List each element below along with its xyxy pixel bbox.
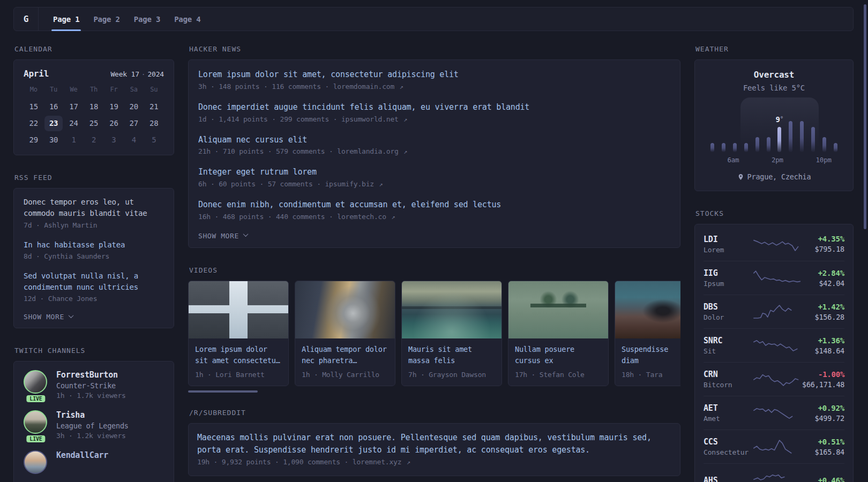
videos-scroll-indicator[interactable] — [188, 390, 258, 393]
stock-change: +0.46% — [818, 476, 844, 482]
stock-symbol: CCS — [704, 437, 753, 447]
video-card[interactable]: Lorem ipsum dolorsit amet consectetu…1h … — [188, 281, 289, 386]
stock-sparkline — [753, 471, 802, 482]
weather-bar — [733, 143, 737, 152]
weather-bars: 9° — [707, 100, 841, 152]
twitch-channel-info: KendallCarr — [56, 450, 108, 474]
video-card[interactable]: Mauris sit ametmassa felis7h · Grayson D… — [401, 281, 502, 386]
subreddit-post-title[interactable]: Maecenas mollis pulvinar erat non posuer… — [197, 432, 671, 457]
hacker-news-item: Aliquam nec cursus elit21h · 710 points … — [198, 134, 670, 156]
app-logo[interactable]: G — [14, 7, 39, 31]
video-meta: 18h · Tara — [622, 371, 680, 379]
rss-item: Donec tempor eros leo, ut commodo mauris… — [24, 197, 164, 229]
tab-page-2[interactable]: Page 2 — [86, 7, 126, 31]
video-title-line: Nullam posuere — [515, 344, 602, 355]
calendar-widget: April Week 17·2024 MoTuWeThFrSaSu 151617… — [13, 59, 174, 155]
calendar-day-4: 4 — [124, 132, 144, 148]
twitch-channel-row[interactable]: LIVEForrestBurtonCounter-Strike1h · 1.7k… — [24, 370, 164, 400]
section-label-calendar: CALENDAR — [14, 45, 174, 53]
video-thumbnail-canoe-fog-lake — [508, 281, 608, 338]
stock-sparkline — [753, 370, 802, 388]
calendar-day-20: 20 — [124, 99, 144, 115]
live-badge: LIVE — [25, 394, 46, 403]
twitch-channel-row[interactable]: LIVETrishaLeague of Legends3h · 1.2k vie… — [24, 410, 164, 440]
stock-name: Sit — [704, 347, 753, 355]
tab-page-1[interactable]: Page 1 — [46, 7, 86, 31]
hacker-news-item-title[interactable]: Donec imperdiet augue tincidunt felis al… — [198, 102, 670, 114]
calendar-weekday-mo: Mo — [24, 86, 43, 99]
stock-change: +0.51% — [815, 438, 845, 446]
rss-show-more-button[interactable]: SHOW MORE — [24, 313, 164, 321]
stock-row-ahs[interactable]: AHS+0.46% — [704, 463, 844, 482]
rss-item-title[interactable]: Donec tempor eros leo, ut commodo mauris… — [24, 197, 164, 220]
stock-symbol: SNRC — [704, 336, 753, 345]
hn-show-more-button[interactable]: SHOW MORE — [198, 232, 670, 240]
left-column: CALENDAR April Week 17·2024 MoTuWeThFrSa… — [13, 45, 174, 482]
rss-item-meta: 7d · Ashlyn Martin — [24, 221, 164, 229]
twitch-channel-row[interactable]: KendallCarr — [24, 450, 164, 474]
tab-page-4[interactable]: Page 4 — [167, 7, 207, 31]
twitch-section: TWITCH CHANNELS LIVEForrestBurtonCounter… — [13, 347, 174, 482]
rss-item: Sed volutpat nulla nisl, a condimentum n… — [24, 270, 164, 303]
hacker-news-item-title[interactable]: Donec enim nibh, condimentum et accumsan… — [198, 199, 670, 211]
stock-row-aet[interactable]: AETAmet+0.92%$499.72 — [704, 396, 844, 430]
avatar — [24, 410, 47, 434]
calendar-day-30: 30 — [43, 132, 63, 148]
twitch-channel-name[interactable]: Trisha — [56, 410, 129, 420]
stock-row-dbs[interactable]: DBSDolor+1.42%$156.28 — [704, 295, 844, 328]
stock-sparkline — [753, 438, 802, 456]
stock-name: Amet — [704, 415, 753, 423]
hacker-news-item-title[interactable]: Lorem ipsum dolor sit amet, consectetur … — [198, 69, 670, 81]
video-card[interactable]: Aliquam tempor dolornec pharetra…1h · Mo… — [295, 281, 395, 386]
stock-name: Ipsum — [704, 280, 753, 288]
page-scrollbar[interactable] — [864, 4, 866, 229]
subreddit-section: /R/SUBREDDIT Maecenas mollis pulvinar er… — [188, 409, 680, 477]
stock-row-snrc[interactable]: SNRCSit+1.36%$148.64 — [704, 328, 844, 362]
stock-name: Dolor — [704, 313, 753, 321]
calendar-day-18: 18 — [84, 99, 103, 115]
rss-item-meta: 8d · Cynthia Saunders — [24, 252, 164, 260]
stock-values: +4.35%$795.18 — [815, 235, 845, 253]
twitch-channel-name[interactable]: ForrestBurton — [56, 370, 126, 380]
hacker-news-item-title[interactable]: Aliquam nec cursus elit — [198, 134, 670, 146]
stock-info: DBSDolor — [704, 302, 753, 321]
avatar — [24, 370, 47, 394]
rss-item-title[interactable]: Sed volutpat nulla nisl, a condimentum n… — [24, 270, 164, 293]
video-thumbnail-boat-wake-sea — [402, 281, 502, 338]
video-title-line: Aliquam tempor dolor — [302, 344, 388, 355]
stock-symbol: LDI — [704, 235, 753, 244]
weather-bar — [822, 137, 826, 152]
section-label-subreddit: /R/SUBREDDIT — [189, 409, 680, 417]
stock-price: $165.84 — [815, 448, 845, 456]
weather-bar — [744, 143, 748, 152]
weather-bar — [755, 137, 759, 152]
hacker-news-item-title[interactable]: Integer eget rutrum lorem — [198, 167, 670, 178]
twitch-channel-name[interactable]: KendallCarr — [56, 450, 108, 460]
weather-bar — [722, 143, 725, 152]
stock-values: +2.84%$42.04 — [818, 269, 844, 288]
video-title-line: massa felis — [408, 355, 495, 366]
rss-item-title[interactable]: In hac habitasse platea — [24, 239, 164, 251]
stock-row-ccs[interactable]: CCSConsectetur+0.51%$165.84 — [704, 430, 844, 463]
tab-page-3[interactable]: Page 3 — [127, 7, 167, 31]
stock-row-ldi[interactable]: LDILorem+4.35%$795.18 — [704, 227, 844, 261]
video-card[interactable]: Suspendissediam18h · Tara — [615, 281, 680, 386]
rss-item: In hac habitasse platea8d · Cynthia Saun… — [24, 239, 164, 260]
calendar-day-21: 21 — [144, 99, 164, 115]
stock-row-crn[interactable]: CRNBitcorn-1.00%$66,171.48 — [704, 362, 844, 396]
stock-values: +1.42%$156.28 — [815, 303, 845, 321]
video-card-body: Mauris sit ametmassa felis7h · Grayson D… — [402, 338, 502, 386]
stock-change: +1.42% — [815, 303, 845, 311]
video-meta: 7h · Grayson Dawson — [408, 371, 495, 379]
calendar-week: Week 17 — [110, 70, 139, 78]
stock-price: $148.64 — [815, 347, 845, 355]
rss-widget: Donec tempor eros leo, ut commodo mauris… — [13, 188, 174, 328]
stock-symbol: CRN — [704, 370, 753, 379]
video-card[interactable]: Nullam posuerecursus ex17h · Stefan Cole — [508, 281, 609, 386]
stock-row-iig[interactable]: IIGIpsum+2.84%$42.04 — [704, 261, 844, 295]
calendar-weekday-row: MoTuWeThFrSaSu — [24, 86, 164, 99]
video-title-line: nec pharetra… — [302, 355, 388, 366]
external-link-icon: ↗ — [379, 180, 383, 188]
calendar-weekday-su: Su — [144, 86, 164, 99]
calendar-week-info: Week 17·2024 — [110, 70, 164, 78]
